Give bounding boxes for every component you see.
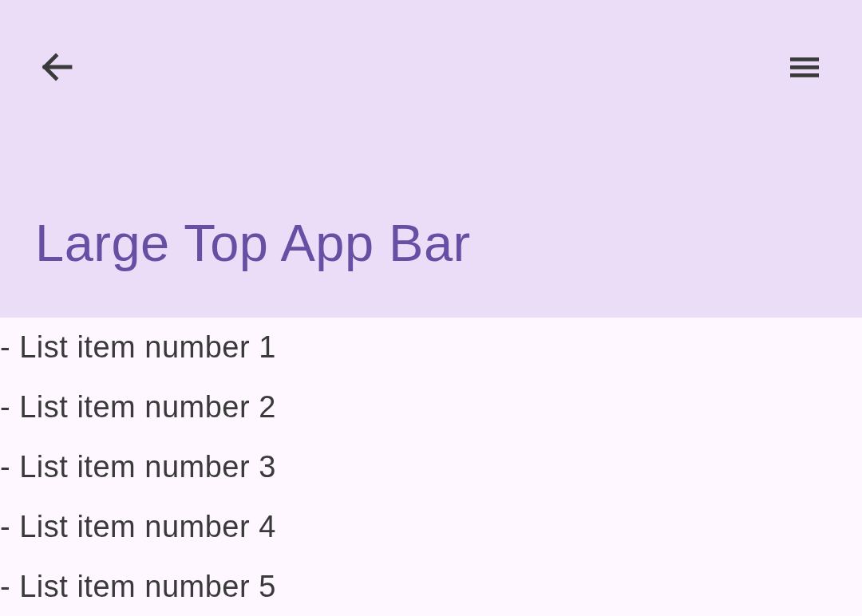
svg-rect-3 [790,73,819,77]
menu-icon [785,48,824,86]
list-container: - List item number 1 - List item number … [0,318,862,616]
list-item: - List item number 5 [0,557,862,616]
large-top-app-bar: Large Top App Bar [0,0,862,318]
list-item: - List item number 1 [0,318,862,377]
list-item: - List item number 3 [0,437,862,497]
back-button[interactable] [38,48,77,86]
svg-rect-1 [790,57,819,61]
page-title: Large Top App Bar [35,213,471,273]
menu-button[interactable] [785,48,824,86]
list-item: - List item number 4 [0,497,862,557]
list-item: - List item number 2 [0,377,862,437]
svg-rect-2 [790,65,819,69]
app-bar-actions-row [0,0,862,86]
arrow-back-icon [38,48,77,86]
